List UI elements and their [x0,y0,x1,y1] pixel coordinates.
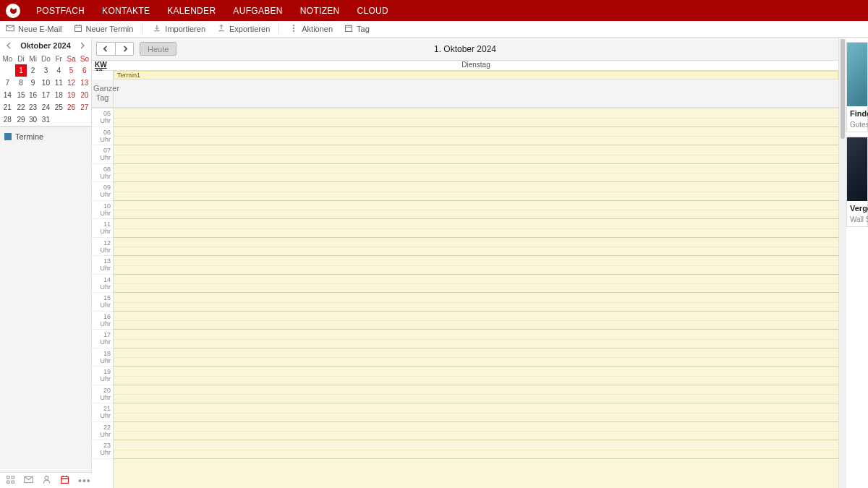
more-icon[interactable]: ••• [78,475,91,487]
minical-day[interactable]: 17 [39,89,53,101]
nav-cloud[interactable]: CLOUD [349,6,398,16]
hour-slot[interactable] [114,385,838,404]
minical-day[interactable]: 19 [65,89,78,101]
calendar-icon[interactable] [60,475,69,486]
allday-label: Ganzer Tag [92,80,114,107]
scrollbar[interactable] [838,38,846,488]
prev-day-button[interactable] [96,42,115,56]
hour-slot[interactable] [114,182,838,201]
tag-button[interactable]: Tag [344,24,370,34]
time-column: 05 Uhr06 Uhr07 Uhr08 Uhr09 Uhr10 Uhr11 U… [92,108,114,488]
day-name: Dienstag [114,61,838,70]
day-header: KW 40 Dienstag [92,60,838,71]
contacts-icon[interactable] [42,475,51,486]
allday-event[interactable]: Termin1 [114,71,838,80]
ads-column: Finde die Akustiker: Hörge Gutes H Verge… [846,38,868,488]
svg-rect-8 [7,481,9,483]
ad-2[interactable]: Verge kanad explo Wall Str [846,137,868,227]
minical-day[interactable]: 24 [39,101,53,114]
minical-day[interactable]: 23 [27,101,39,114]
export-button[interactable]: Exportieren [217,24,270,34]
nav-aufgaben[interactable]: AUFGABEN [224,6,291,16]
hour-label: 16 Uhr [92,312,113,330]
new-event-button[interactable]: Neuer Termin [74,24,134,34]
minical-day[interactable]: 10 [39,77,53,89]
minical-day[interactable]: 14 [0,89,15,101]
hour-slot[interactable] [114,145,838,164]
day-grid: 05 Uhr06 Uhr07 Uhr08 Uhr09 Uhr10 Uhr11 U… [92,108,838,488]
hour-label: 06 Uhr [92,127,113,146]
hour-slot[interactable] [114,164,838,183]
nav-postfach[interactable]: POSTFACH [27,6,93,16]
hour-slot[interactable] [114,312,838,330]
hour-slot[interactable] [114,108,838,127]
minical-day[interactable]: 18 [53,89,65,101]
hour-slot[interactable] [114,238,838,257]
app-switcher-icon[interactable] [6,475,15,486]
minical-day[interactable]: 31 [39,114,53,126]
minical-day[interactable]: 2 [27,64,39,77]
minical-day[interactable]: 28 [0,114,15,126]
minical-day[interactable]: 9 [27,77,39,89]
minical-prev[interactable] [4,40,14,51]
minical-day[interactable]: 1 [15,64,27,77]
hour-slot[interactable] [114,422,838,441]
nav-kalender[interactable]: KALENDER [158,6,224,16]
minical-day[interactable]: 21 [0,101,15,114]
hour-slot[interactable] [114,348,838,367]
minical-day[interactable]: 3 [39,64,53,77]
minical-day[interactable]: 6 [78,64,91,77]
hour-slot[interactable] [114,330,838,348]
scrollbar-thumb[interactable] [841,39,845,139]
calendar-item-termine[interactable]: Termine [4,132,87,141]
minical-day[interactable]: 22 [15,101,27,114]
minical-day[interactable]: 30 [27,114,39,126]
today-button[interactable]: Heute [140,42,176,56]
week-number[interactable]: KW 40 [92,61,114,70]
minical-day[interactable]: 27 [78,101,91,114]
brand-logo[interactable] [6,4,20,18]
slot-column[interactable] [114,108,838,488]
minical-day[interactable]: 13 [78,77,91,89]
next-day-button[interactable] [115,42,134,56]
minical-day[interactable]: 29 [15,114,27,126]
hour-slot[interactable] [114,403,838,422]
minical-day[interactable]: 4 [53,64,65,77]
actions-menu[interactable]: Aktionen [278,24,333,34]
hour-slot[interactable] [114,219,838,238]
allday-dropzone[interactable] [114,80,838,107]
svg-rect-7 [12,476,14,479]
minical-dow: Mi [27,53,39,64]
new-mail-button[interactable]: Neue E-Mail [6,24,62,34]
hour-slot[interactable] [114,201,838,220]
hour-slot[interactable] [114,293,838,312]
hour-label: 11 Uhr [92,219,113,238]
minical-next[interactable] [77,40,87,51]
minical-day[interactable]: 7 [0,77,15,89]
mail-icon[interactable] [24,475,33,486]
nav-notizen[interactable]: NOTIZEN [292,6,349,16]
hour-label: 08 Uhr [92,164,113,183]
hour-slot[interactable] [114,440,838,459]
hour-slot[interactable] [114,275,838,294]
minical-dow: So [78,53,91,64]
minical-day[interactable]: 20 [78,89,91,101]
minical-day[interactable]: 11 [53,77,65,89]
minical-day[interactable]: 26 [65,101,78,114]
new-mail-label: Neue E-Mail [18,25,62,33]
hour-slot[interactable] [114,256,838,275]
minical-day[interactable]: 16 [27,89,39,101]
minical-day[interactable]: 8 [15,77,27,89]
minical-day[interactable]: 5 [65,64,78,77]
minical-day[interactable]: 12 [65,77,78,89]
envelope-icon [6,24,14,34]
ad-1[interactable]: Finde die Akustiker: Hörge Gutes H [846,42,868,132]
hour-label: 14 Uhr [92,275,113,294]
minical-day [65,114,78,126]
minical-day[interactable]: 15 [15,89,27,101]
hour-slot[interactable] [114,367,838,385]
import-button[interactable]: Importieren [142,24,205,34]
minical-day[interactable]: 25 [53,101,65,114]
hour-slot[interactable] [114,127,838,146]
nav-kontakte[interactable]: KONTAKTE [93,6,158,16]
